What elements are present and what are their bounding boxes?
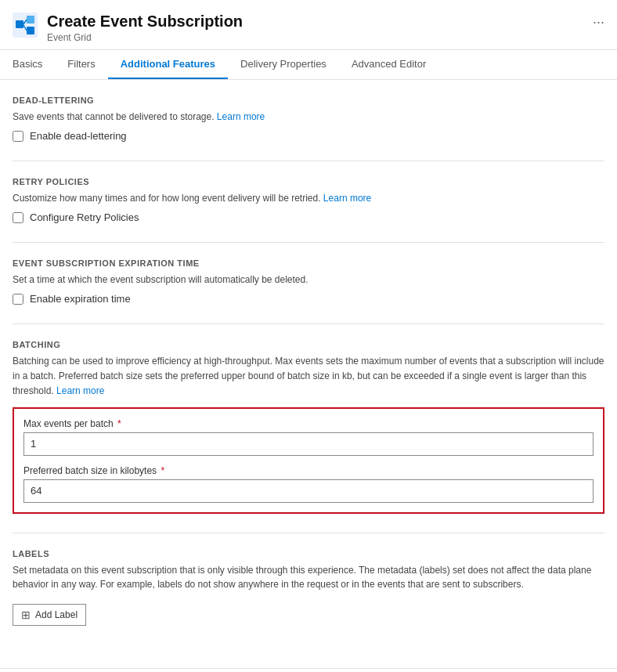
add-label-button-label: Add Label: [35, 609, 78, 620]
page-subtitle: Event Grid: [47, 32, 583, 43]
expiration-checkbox-row: Enable expiration time: [13, 293, 604, 305]
tab-advanced-editor[interactable]: Advanced Editor: [339, 50, 438, 79]
retry-policies-checkbox-label[interactable]: Configure Retry Policies: [30, 211, 139, 223]
batch-size-label: Preferred batch size in kilobytes *: [23, 465, 594, 476]
divider-3: [13, 323, 604, 324]
batching-title: BATCHING: [13, 340, 604, 349]
retry-policies-learn-more[interactable]: Learn more: [323, 193, 371, 204]
svg-rect-1: [16, 20, 23, 28]
divider-4: [13, 533, 604, 533]
batching-desc: Batching can be used to improve efficien…: [13, 354, 604, 399]
dead-lettering-checkbox-label[interactable]: Enable dead-lettering: [30, 130, 127, 142]
batch-size-input[interactable]: [23, 479, 594, 503]
labels-section: LABELS Set metadata on this event subscr…: [13, 549, 604, 626]
tabs-nav: Basics Filters Additional Features Deliv…: [0, 50, 617, 80]
more-options-icon[interactable]: ···: [593, 14, 604, 31]
expiration-desc: Set a time at which the event subscripti…: [13, 273, 604, 287]
dead-lettering-learn-more[interactable]: Learn more: [217, 111, 265, 122]
tab-basics[interactable]: Basics: [13, 50, 55, 79]
expiration-section: EVENT SUBSCRIPTION EXPIRATION TIME Set a…: [13, 258, 604, 305]
expiration-title: EVENT SUBSCRIPTION EXPIRATION TIME: [13, 258, 604, 268]
svg-rect-3: [27, 27, 34, 34]
dead-lettering-checkbox[interactable]: [13, 131, 23, 142]
retry-policies-checkbox-row: Configure Retry Policies: [13, 211, 604, 223]
event-grid-icon: [13, 13, 38, 38]
page-footer: Create: [0, 668, 617, 672]
page-title: Create Event Subscription: [47, 11, 583, 31]
tab-filters[interactable]: Filters: [55, 50, 107, 79]
max-events-label: Max events per batch *: [23, 418, 594, 429]
tab-delivery-properties[interactable]: Delivery Properties: [228, 50, 339, 79]
add-label-icon: ⊞: [21, 609, 31, 621]
batching-fields-box: Max events per batch * Preferred batch s…: [13, 407, 604, 514]
batching-section: BATCHING Batching can be used to improve…: [13, 340, 604, 514]
retry-policies-title: RETRY POLICIES: [13, 177, 604, 186]
max-events-field-group: Max events per batch *: [23, 418, 594, 456]
labels-title: LABELS: [13, 549, 604, 558]
page-header: Create Event Subscription Event Grid ···: [0, 0, 617, 50]
max-events-required-star: *: [115, 418, 121, 429]
max-events-input[interactable]: [23, 432, 594, 456]
batch-size-required-star: *: [158, 465, 164, 476]
dead-lettering-checkbox-row: Enable dead-lettering: [13, 130, 604, 142]
labels-desc: Set metadata on this event subscription …: [13, 563, 604, 591]
dead-lettering-section: DEAD-LETTERING Save events that cannot b…: [13, 96, 604, 142]
dead-lettering-desc: Save events that cannot be delivered to …: [13, 110, 604, 124]
retry-policies-section: RETRY POLICIES Customize how many times …: [13, 177, 604, 223]
retry-policies-desc: Customize how many times and for how lon…: [13, 191, 604, 205]
main-content: DEAD-LETTERING Save events that cannot b…: [0, 80, 617, 660]
retry-policies-checkbox[interactable]: [13, 212, 23, 223]
divider-1: [13, 161, 604, 161]
add-label-button[interactable]: ⊞ Add Label: [13, 604, 86, 626]
svg-rect-2: [27, 16, 34, 23]
batching-learn-more[interactable]: Learn more: [56, 385, 104, 396]
tab-additional-features[interactable]: Additional Features: [108, 50, 228, 79]
expiration-checkbox[interactable]: [13, 294, 23, 305]
batch-size-field-group: Preferred batch size in kilobytes *: [23, 465, 594, 503]
dead-lettering-title: DEAD-LETTERING: [13, 96, 604, 105]
divider-2: [13, 242, 604, 243]
expiration-checkbox-label[interactable]: Enable expiration time: [30, 293, 131, 305]
header-text-group: Create Event Subscription Event Grid: [47, 11, 583, 43]
